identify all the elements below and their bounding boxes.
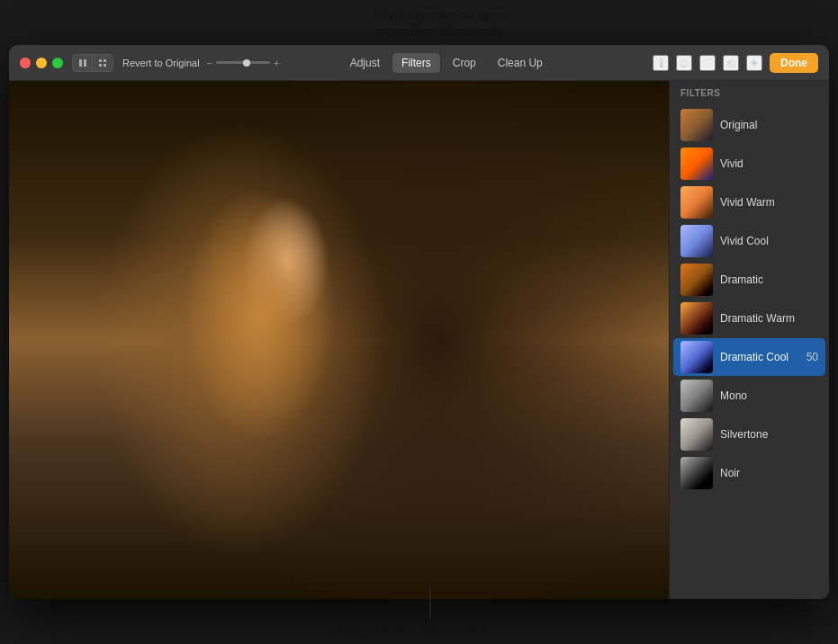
filter-name-vivid-cool: Vivid Cool (720, 235, 818, 247)
traffic-lights (20, 58, 63, 68)
filter-name-vivid-warm: Vivid Warm (720, 196, 818, 209)
fullscreen-button[interactable] (52, 58, 63, 68)
filter-name-vivid: Vivid (720, 157, 818, 170)
svg-rect-2 (99, 59, 102, 62)
filter-item-dramatic-warm[interactable]: Dramatic Warm (673, 300, 825, 337)
revert-to-original-button[interactable]: Revert to Original (122, 58, 200, 68)
view-single-button[interactable] (73, 55, 93, 71)
view-grid-button[interactable] (93, 55, 113, 71)
filter-name-original: Original (720, 119, 818, 131)
zoom-minus-icon: − (207, 58, 212, 68)
filter-name-dramatic-warm: Dramatic Warm (720, 312, 818, 325)
filter-thumb-mono (680, 380, 713, 412)
content-area: FILTERS OriginalVividVivid WarmVivid Coo… (9, 81, 829, 599)
tooltip-top: Näytä käytettävissä olevat suodattimet k… (342, 7, 540, 40)
filter-name-silvertone: Silvertone (720, 428, 818, 441)
filter-name-dramatic: Dramatic (720, 273, 818, 286)
photo-display (9, 81, 669, 599)
filters-panel: FILTERS OriginalVividVivid WarmVivid Coo… (669, 81, 829, 599)
filter-thumb-vivid-warm (680, 186, 713, 219)
filter-thumb-silvertone (680, 418, 713, 451)
filters-header: FILTERS (670, 81, 829, 102)
minimize-button[interactable] (36, 58, 47, 68)
filter-thumb-dramatic-warm (680, 302, 713, 335)
filter-list: OriginalVividVivid WarmVivid CoolDramati… (670, 102, 829, 599)
tooltip-bottom: Käytä suodatinta klikkaamalla. (306, 623, 513, 637)
filter-thumb-dramatic-cool (680, 341, 713, 373)
close-button[interactable] (20, 58, 31, 68)
svg-rect-0 (79, 59, 82, 67)
filter-item-dramatic-cool[interactable]: Dramatic Cool50 (673, 338, 825, 376)
zoom-slider[interactable] (216, 61, 270, 64)
svg-rect-5 (104, 64, 106, 67)
info-button[interactable]: ℹ (653, 55, 669, 71)
titlebar: Revert to Original − + Adjust Filters Cr… (9, 45, 829, 81)
filter-item-vivid[interactable]: Vivid (673, 145, 825, 183)
filter-item-vivid-cool[interactable]: Vivid Cool (673, 222, 825, 260)
filter-item-dramatic[interactable]: Dramatic (673, 261, 825, 299)
filter-thumb-dramatic (680, 264, 713, 296)
svg-rect-1 (84, 59, 86, 67)
zoom-thumb (243, 59, 250, 67)
share-button[interactable]: ⎋ (723, 55, 739, 71)
grid2-icon (98, 58, 107, 67)
filter-item-original[interactable]: Original (673, 106, 825, 144)
photo-area (9, 81, 669, 599)
filter-value-dramatic-cool: 50 (806, 351, 818, 363)
done-button[interactable]: Done (770, 53, 818, 73)
more-button[interactable]: ✦ (746, 55, 762, 71)
filter-thumb-original (680, 109, 713, 141)
tooltip-bottom-text: Käytä suodatinta klikkaamalla. (331, 623, 489, 637)
filter-item-mono[interactable]: Mono (673, 377, 825, 415)
toolbar-right: ℹ ☺ ♡ ⎋ ✦ Done (653, 53, 818, 73)
svg-rect-3 (104, 59, 106, 62)
filter-name-mono: Mono (720, 389, 818, 402)
filter-name-noir: Noir (720, 467, 818, 479)
filter-item-noir[interactable]: Noir (673, 454, 825, 492)
tooltip-top-text: Näytä käytettävissä olevat suodattimet k… (373, 8, 509, 38)
tab-filters[interactable]: Filters (392, 53, 440, 73)
filter-thumb-noir (680, 457, 713, 489)
filter-item-vivid-warm[interactable]: Vivid Warm (673, 183, 825, 221)
main-window: Revert to Original − + Adjust Filters Cr… (9, 45, 829, 599)
filter-thumb-vivid (680, 148, 713, 180)
face-button[interactable]: ☺ (676, 55, 692, 71)
nav-tabs: Adjust Filters Crop Clean Up (239, 53, 653, 73)
view-toggle (72, 54, 113, 72)
svg-rect-4 (99, 64, 102, 67)
tab-crop[interactable]: Crop (444, 53, 485, 73)
grid1-icon (78, 58, 87, 67)
heart-button[interactable]: ♡ (699, 55, 716, 71)
filter-thumb-vivid-cool (680, 225, 713, 257)
tab-adjust[interactable]: Adjust (341, 53, 389, 73)
tab-cleanup[interactable]: Clean Up (489, 53, 552, 73)
filter-item-silvertone[interactable]: Silvertone (673, 416, 825, 453)
filter-name-dramatic-cool: Dramatic Cool (720, 351, 803, 363)
